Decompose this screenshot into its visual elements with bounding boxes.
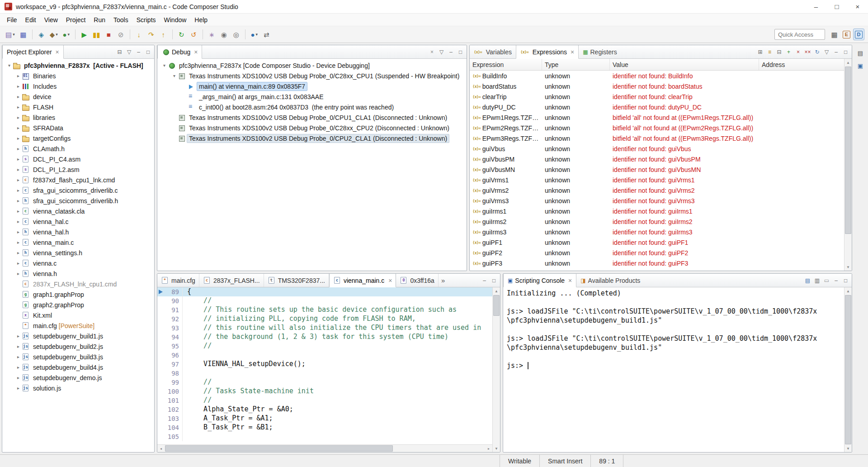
code-line[interactable]: 105 (157, 432, 492, 441)
project-tree-item[interactable]: ▸vienna_clatask.cla (2, 206, 154, 216)
tree-collapsed-icon[interactable]: ▸ (15, 354, 22, 359)
scroll-up-icon[interactable]: ▲ (844, 287, 852, 295)
code-line[interactable]: 95 // (157, 342, 492, 351)
remove-all-terminated-icon[interactable]: × (428, 48, 436, 57)
expression-row[interactable]: (x)=EPwm3Regs.TZFLG.allunknownbitfield '… (470, 133, 844, 143)
horizontal-scrollbar[interactable]: ◂ ▸ (157, 444, 492, 452)
column-header-address[interactable]: Address (759, 59, 844, 70)
console-prompt-line[interactable]: js:> (507, 362, 840, 371)
tree-collapsed-icon[interactable]: ▸ (15, 105, 22, 110)
scroll-down-icon[interactable]: ▼ (493, 445, 500, 452)
code-line[interactable]: 98 (157, 369, 492, 378)
debug-tree-item[interactable]: Texas Instruments XDS100v2 USB Debug Pro… (157, 133, 467, 143)
project-tree-item[interactable]: ▸setupdebugenv_build2.js (2, 341, 154, 352)
view-menu-icon[interactable]: ▽ (822, 48, 831, 57)
breakpoint-gutter[interactable] (157, 423, 165, 432)
tree-expanded-icon[interactable]: ▾ (161, 63, 168, 68)
dropdown-arrow-icon[interactable]: ▾ (256, 32, 258, 37)
expression-row[interactable]: (x)=clearTripunknownidentifier not found… (470, 91, 844, 102)
step-over-button[interactable]: ↷ (146, 29, 157, 40)
project-tree-item[interactable]: ▸vienna_hal.c (2, 216, 154, 227)
expression-row[interactable]: (x)=guiIrms2unknownidentifier not found:… (470, 216, 844, 227)
suspend-button[interactable]: ▮▮ (91, 29, 102, 40)
open-log-icon[interactable]: ▤ (803, 276, 812, 285)
code-lines[interactable]: 89{90 //91 // This routine sets up the b… (157, 287, 492, 444)
breakpoint-gutter[interactable] (157, 342, 165, 351)
expression-row[interactable]: (x)=guiVbusPMunknownidentifier not found… (470, 154, 844, 164)
dropdown-arrow-icon[interactable]: ▾ (56, 32, 58, 37)
debug-tree-item[interactable]: c_int00() at boot28.asm:264 0x0837D3 (th… (157, 102, 467, 112)
tree-collapsed-icon[interactable]: ▸ (15, 261, 22, 266)
expression-row[interactable]: (x)=boardStatusunknownidentifier not fou… (470, 81, 844, 91)
tree-collapsed-icon[interactable]: ▸ (15, 365, 22, 370)
breakpoint-button[interactable]: ●▾ (249, 29, 260, 40)
code-line[interactable]: 93 // this routine will also initialize … (157, 324, 492, 333)
project-tree-item[interactable]: ▾pfc3phvienna_F2837x [Active - FLASH] (2, 60, 154, 71)
minimize-button[interactable]: – (806, 0, 826, 14)
tree-collapsed-icon[interactable]: ▸ (15, 167, 22, 172)
editor-tab-0x3ff16a[interactable]: 0x3ff16a (396, 274, 438, 287)
build-button[interactable]: ◆▾ (48, 29, 60, 40)
tree-collapsed-icon[interactable]: ▸ (15, 94, 22, 99)
new-target-config-button[interactable]: ◈ (36, 29, 47, 40)
tree-collapsed-icon[interactable]: ▸ (15, 219, 22, 224)
collapse-all-icon[interactable]: ⊟ (775, 48, 783, 57)
maximize-view-icon[interactable]: □ (841, 48, 850, 57)
maximize-button[interactable]: □ (826, 0, 847, 14)
project-tree-item[interactable]: graph2.graphProp (2, 300, 154, 310)
breakpoint-gutter[interactable] (157, 369, 165, 378)
project-tree-item[interactable]: ▸sfra_gui_scicomms_driverlib.h (2, 195, 154, 206)
expression-row[interactable]: (x)=guiVrms1unknownidentifier not found:… (470, 175, 844, 185)
project-tree-item[interactable]: ▸targetConfigs (2, 133, 154, 143)
inspect-button[interactable]: ◎ (231, 29, 242, 40)
breakpoint-gutter[interactable] (157, 351, 165, 360)
pin-button[interactable]: ◉ (218, 29, 230, 40)
close-view-icon[interactable]: × (56, 48, 59, 56)
scrollbar-thumb[interactable] (845, 67, 851, 234)
project-tree-item[interactable]: ▸Binaries (2, 71, 154, 81)
tab-available-products[interactable]: ◨Available Products (576, 274, 644, 287)
scroll-down-icon[interactable]: ▼ (844, 445, 852, 452)
breakpoint-gutter[interactable] (157, 405, 165, 414)
quick-access-box[interactable]: Quick Access (774, 29, 825, 40)
column-header-type[interactable]: Type (542, 59, 610, 70)
project-tree-item[interactable]: Kit.xml (2, 310, 154, 320)
code-line[interactable]: 90 // (157, 296, 492, 305)
close-button[interactable]: × (847, 0, 868, 14)
minimize-view-icon[interactable]: – (480, 276, 489, 285)
vertical-scrollbar[interactable]: ▲ ▼ (844, 59, 852, 271)
scroll-left-icon[interactable]: ◂ (157, 445, 165, 452)
code-line[interactable]: 99 // (157, 378, 492, 387)
tree-collapsed-icon[interactable]: ▸ (15, 375, 22, 380)
close-view-icon[interactable]: × (571, 48, 574, 56)
expression-row[interactable]: (x)=guiPF2unknownidentifier not found: g… (470, 248, 844, 258)
scrollbar-thumb[interactable] (493, 295, 500, 316)
minimized-view-restore-icon[interactable]: ▤ (856, 48, 865, 57)
menu-help[interactable]: Help (190, 14, 212, 25)
menu-run[interactable]: Run (90, 14, 109, 25)
tab-variables[interactable]: (x)=Variables (470, 45, 516, 58)
breakpoint-gutter[interactable] (157, 305, 165, 315)
minimize-view-icon[interactable]: – (832, 276, 840, 285)
tree-collapsed-icon[interactable]: ▸ (15, 157, 22, 162)
expression-row[interactable]: (x)=BuildInfounknownidentifier not found… (470, 71, 844, 81)
code-line[interactable]: 100 // Tasks State-machine init (157, 387, 492, 396)
debug-tree-item[interactable]: ▾pfc3phvienna_F2837x [Code Composer Stud… (157, 60, 467, 71)
tree-collapsed-icon[interactable]: ▸ (15, 344, 22, 349)
scroll-up-icon[interactable]: ▲ (493, 287, 500, 295)
resume-button[interactable]: ▶ (79, 29, 90, 40)
expression-row[interactable]: (x)=guiPF3unknownidentifier not found: g… (470, 258, 844, 268)
breakpoint-gutter[interactable] (157, 360, 165, 369)
tree-collapsed-icon[interactable]: ▸ (15, 73, 22, 78)
minimize-view-icon[interactable]: – (447, 48, 455, 57)
scrollbar-thumb[interactable] (845, 295, 851, 444)
ccs-edit-perspective-button[interactable]: E (841, 29, 852, 40)
tree-collapsed-icon[interactable]: ▸ (15, 136, 22, 141)
tree-collapsed-icon[interactable]: ▸ (15, 84, 22, 89)
dropdown-arrow-icon[interactable]: ▾ (13, 32, 15, 37)
tree-collapsed-icon[interactable]: ▸ (15, 229, 22, 234)
breakpoint-gutter[interactable] (157, 432, 165, 441)
show-logical-structure-icon[interactable]: ≡ (765, 48, 774, 57)
code-line[interactable]: 91 // This routine sets up the basic dev… (157, 305, 492, 315)
tree-collapsed-icon[interactable]: ▸ (15, 115, 22, 120)
